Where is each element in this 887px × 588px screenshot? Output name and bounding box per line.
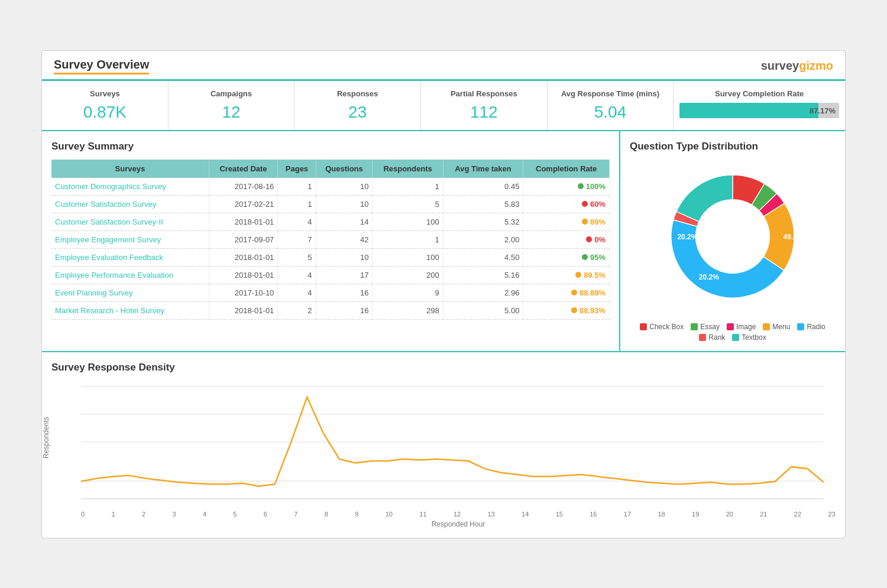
completion-bar-fill	[679, 103, 818, 118]
x-tick: 20	[726, 511, 733, 518]
x-tick: 11	[419, 511, 426, 518]
kpi-avg-time-label: Avg Response Time (mins)	[553, 89, 668, 98]
survey-summary-title: Survey Summary	[51, 141, 610, 152]
completion-bar-label: 87.17%	[810, 106, 836, 115]
kpi-completion: Survey Completion Rate 87.17%	[674, 81, 845, 130]
x-tick: 4	[203, 511, 206, 518]
dashboard: Survey Overview surveygizmo Surveys 0.87…	[41, 50, 846, 538]
legend-menu: Menu	[763, 323, 790, 331]
cell-completion: 89%	[523, 213, 610, 230]
cell-date: 2017-08-16	[209, 178, 278, 196]
legend-swatch-rank	[699, 334, 706, 341]
cell-completion: 88.93%	[523, 301, 610, 319]
x-tick: 22	[794, 511, 801, 518]
header: Survey Overview surveygizmo	[42, 51, 845, 81]
cell-respondents: 5	[373, 195, 443, 213]
legend-swatch-essay	[691, 323, 698, 330]
y-axis-label: Respondents	[42, 417, 50, 459]
x-tick: 7	[294, 511, 297, 518]
cell-respondents: 1	[373, 178, 443, 196]
table-row: Employee Evaluation Feedback 2018-01-01 …	[51, 248, 610, 266]
legend-swatch-textbox	[732, 334, 739, 341]
legend-label-image: Image	[736, 323, 756, 331]
brand-logo: surveygizmo	[761, 59, 833, 73]
table-row: Market Research - Hotel Survey 2018-01-0…	[51, 301, 610, 319]
completion-dot	[586, 236, 592, 242]
x-tick: 0	[81, 511, 85, 518]
legend-label-textbox: Textbox	[742, 333, 766, 342]
legend-label-rank: Rank	[708, 333, 725, 342]
col-survey: Surveys	[51, 160, 209, 178]
question-dist-title: Question Type Distribution	[630, 141, 836, 152]
cell-survey[interactable]: Customer Satisfaction Survey	[51, 195, 209, 213]
col-respondents: Respondents	[373, 160, 443, 178]
cell-avg-time: 4.50	[443, 248, 523, 266]
cell-date: 2018-01-01	[209, 301, 278, 319]
density-chart: 110 80 50 20	[81, 381, 824, 511]
x-tick: 16	[590, 511, 597, 518]
cell-pages: 5	[278, 248, 316, 266]
cell-survey[interactable]: Event Planning Survey	[51, 284, 209, 301]
cell-survey[interactable]: Market Research - Hotel Survey	[51, 301, 209, 319]
kpi-partial-value: 112	[427, 103, 541, 122]
legend-radio: Radio	[797, 323, 825, 331]
cell-completion: 89.5%	[523, 266, 610, 284]
x-axis-label: Responded Hour	[81, 520, 836, 528]
col-pages: Pages	[278, 160, 316, 178]
cell-survey[interactable]: Customer Demographics Survey	[51, 178, 209, 196]
kpi-surveys-value: 0.87K	[48, 103, 162, 122]
cell-respondents: 1	[373, 230, 443, 248]
cell-questions: 42	[316, 230, 373, 248]
legend-label-radio: Radio	[807, 323, 825, 331]
cell-survey[interactable]: Employee Engagement Survey	[51, 230, 209, 248]
table-row: Employee Engagement Survey 2017-09-07 7 …	[51, 230, 610, 248]
cell-survey[interactable]: Customer Satisfaction Survey-II	[51, 213, 209, 230]
completion-dot	[571, 290, 577, 295]
main-content: Survey Summary Surveys Created Date Page…	[42, 131, 845, 351]
x-tick: 6	[264, 511, 267, 518]
cell-questions: 10	[316, 178, 373, 196]
cell-completion: 60%	[523, 195, 610, 213]
cell-avg-time: 5.32	[443, 213, 523, 230]
kpi-surveys-label: Surveys	[48, 89, 162, 98]
cell-survey[interactable]: Employee Performance Evaluation	[51, 266, 209, 284]
cell-avg-time: 5.16	[443, 266, 523, 284]
x-tick: 15	[556, 511, 563, 518]
kpi-row: Surveys 0.87K Campaigns 12 Responses 23 …	[42, 81, 845, 131]
cell-respondents: 100	[373, 213, 443, 230]
cell-respondents: 100	[373, 248, 443, 266]
completion-dot	[582, 219, 588, 225]
cell-pages: 7	[278, 230, 316, 248]
survey-table: Surveys Created Date Pages Questions Res…	[51, 160, 610, 320]
legend-label-checkbox: Check Box	[649, 323, 684, 331]
x-tick: 9	[355, 511, 358, 518]
legend-label-menu: Menu	[772, 323, 790, 331]
cell-date: 2017-02-21	[209, 195, 278, 213]
kpi-completion-label: Survey Completion Rate	[679, 89, 839, 98]
cell-date: 2018-01-01	[209, 266, 278, 284]
x-tick: 18	[658, 511, 665, 518]
cell-date: 2017-09-07	[209, 230, 278, 248]
legend-checkbox: Check Box	[640, 323, 684, 331]
cell-completion: 0%	[523, 230, 610, 248]
x-tick: 21	[760, 511, 767, 518]
completion-bar: 87.17%	[679, 103, 839, 118]
question-dist: Question Type Distribution 20.2% 49.5% 2…	[620, 131, 845, 351]
donut-label-menu: 20.2%	[677, 233, 697, 241]
kpi-partial: Partial Responses 112	[421, 81, 548, 130]
x-tick: 8	[325, 511, 328, 518]
x-tick: 17	[624, 511, 631, 518]
cell-questions: 14	[316, 213, 373, 230]
cell-respondents: 200	[373, 266, 443, 284]
kpi-avg-time-value: 5.04	[553, 103, 668, 122]
cell-pages: 2	[278, 301, 316, 319]
completion-dot	[571, 307, 577, 313]
kpi-campaigns: Campaigns 12	[169, 81, 295, 130]
donut-label-radio: 49.5%	[784, 233, 804, 241]
cell-avg-time: 0.45	[443, 178, 523, 196]
kpi-responses-value: 23	[300, 103, 415, 122]
legend-swatch-checkbox	[640, 323, 647, 330]
completion-dot	[582, 201, 588, 207]
legend-textbox: Textbox	[732, 333, 766, 342]
cell-survey[interactable]: Employee Evaluation Feedback	[51, 248, 209, 266]
